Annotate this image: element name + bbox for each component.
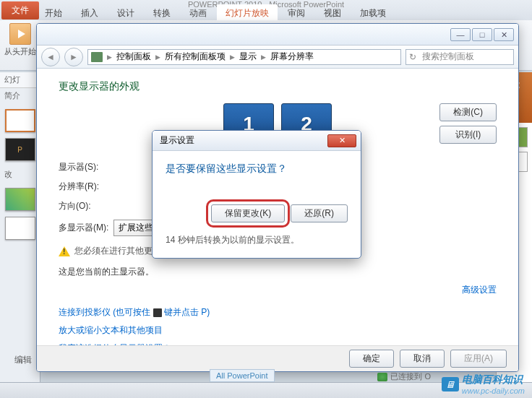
cp-titlebar: — □ ✕ bbox=[37, 24, 518, 46]
file-tab[interactable]: 文件 bbox=[1, 1, 39, 20]
edit-label: 编辑 bbox=[14, 354, 32, 366]
slide-thumb-4[interactable] bbox=[5, 217, 35, 240]
refresh-icon: ↻ bbox=[409, 52, 419, 62]
breadcrumb-item[interactable]: 屏幕分辨率 bbox=[270, 51, 314, 63]
slide-thumb-3[interactable] bbox=[5, 188, 35, 211]
windows-key-icon bbox=[153, 308, 162, 317]
keep-changes-button[interactable]: 保留更改(K) bbox=[211, 204, 285, 222]
watermark-brand: 电脑百科知识 bbox=[462, 373, 525, 386]
display-settings-dialog: 显示设置 ✕ 是否要保留这些显示设置？ 保留更改(K) 还原(R) 14 秒钟后… bbox=[152, 130, 361, 259]
nav-back-button[interactable]: ◄ bbox=[41, 48, 60, 66]
chevron-icon: ▶ bbox=[261, 53, 266, 61]
minimize-button[interactable]: — bbox=[450, 28, 471, 41]
forward-arrow-icon: ► bbox=[69, 52, 78, 62]
apply-button[interactable]: 应用(A) bbox=[450, 350, 507, 368]
chevron-icon: ▶ bbox=[155, 53, 160, 61]
chevron-icon: ▶ bbox=[230, 53, 235, 61]
control-panel-icon bbox=[91, 52, 103, 62]
connected-text: 已连接到 O bbox=[390, 371, 431, 382]
display-label: 显示器(S): bbox=[59, 161, 113, 173]
projector-link[interactable]: 连接到投影仪 (也可按住 键并点击 P) bbox=[59, 306, 497, 319]
chevron-icon: ▶ bbox=[107, 53, 112, 61]
network-icon bbox=[377, 373, 387, 381]
search-input[interactable]: ↻ 搜索控制面板 bbox=[406, 49, 514, 65]
detect-button[interactable]: 检测(C) bbox=[439, 103, 497, 121]
breadcrumb-item[interactable]: 所有控制面板项 bbox=[165, 51, 226, 63]
search-placeholder: 搜索控制面板 bbox=[422, 51, 474, 63]
cp-footer: 确定 取消 应用(A) bbox=[37, 345, 518, 371]
resolution-label: 分辨率(R): bbox=[59, 181, 113, 193]
revert-button[interactable]: 还原(R) bbox=[291, 204, 348, 222]
slide-panel: 幻灯 简介 改 bbox=[0, 72, 40, 384]
bottom-links: 连接到投影仪 (也可按住 键并点击 P) 放大或缩小文本和其他项目 我应该选择什… bbox=[59, 306, 497, 345]
back-arrow-icon: ◄ bbox=[46, 52, 55, 62]
advanced-settings-link[interactable]: 高级设置 bbox=[59, 284, 497, 296]
text-size-link[interactable]: 放大或缩小文本和其他项目 bbox=[59, 324, 497, 337]
maximize-button[interactable]: □ bbox=[472, 28, 492, 41]
primary-display-text: 这是您当前的主显示器。 bbox=[59, 266, 497, 278]
slide-thumb-2[interactable] bbox=[5, 138, 35, 161]
countdown-text: 14 秒钟后转换为以前的显示设置。 bbox=[166, 234, 348, 246]
close-button[interactable]: ✕ bbox=[494, 28, 514, 41]
cancel-button[interactable]: 取消 bbox=[400, 350, 445, 368]
identify-button[interactable]: 识别(I) bbox=[439, 126, 497, 144]
page-title: 更改显示器的外观 bbox=[59, 80, 497, 93]
nav-forward-button[interactable]: ► bbox=[64, 48, 83, 66]
play-icon bbox=[9, 23, 31, 45]
watermark-logo-icon: 🖥 bbox=[442, 377, 459, 391]
slide-thumb-1[interactable] bbox=[5, 109, 35, 132]
connection-status: 已连接到 O bbox=[377, 371, 431, 382]
from-beginning-label: 从头开始 bbox=[4, 46, 36, 57]
slide-panel-tabs: 幻灯 bbox=[0, 72, 40, 88]
watermark-url: www.pc-daily.com bbox=[462, 386, 525, 395]
cp-nav-bar: ◄ ► ▶ 控制面板 ▶ 所有控制面板项 ▶ 显示 ▶ 屏幕分辨率 ↻ 搜索控制… bbox=[37, 46, 518, 69]
intro-label: 简介 bbox=[0, 88, 40, 103]
all-powerpoint-label: All PowerPoint bbox=[210, 369, 275, 382]
breadcrumb[interactable]: ▶ 控制面板 ▶ 所有控制面板项 ▶ 显示 ▶ 屏幕分辨率 bbox=[87, 49, 401, 65]
dialog-close-button[interactable]: ✕ bbox=[327, 134, 356, 147]
breadcrumb-item[interactable]: 控制面板 bbox=[116, 51, 151, 63]
dialog-question: 是否要保留这些显示设置？ bbox=[166, 163, 348, 176]
watermark: 🖥 电脑百科知识 www.pc-daily.com bbox=[442, 373, 525, 395]
warning-icon: ! bbox=[59, 246, 70, 256]
ok-button[interactable]: 确定 bbox=[349, 350, 394, 368]
breadcrumb-item[interactable]: 显示 bbox=[239, 51, 257, 63]
dialog-body: 是否要保留这些显示设置？ 保留更改(K) 还原(R) 14 秒钟后转换为以前的显… bbox=[153, 151, 361, 258]
multi-display-label: 多显示器(M): bbox=[59, 222, 113, 234]
dialog-title: 显示设置 bbox=[160, 134, 194, 147]
slides-tab[interactable]: 幻灯 bbox=[0, 72, 25, 87]
change-label: 改 bbox=[0, 167, 40, 182]
from-beginning-button[interactable]: 从头开始 bbox=[4, 23, 36, 57]
dialog-titlebar[interactable]: 显示设置 ✕ bbox=[153, 131, 361, 151]
orientation-label: 方向(O): bbox=[59, 200, 113, 212]
